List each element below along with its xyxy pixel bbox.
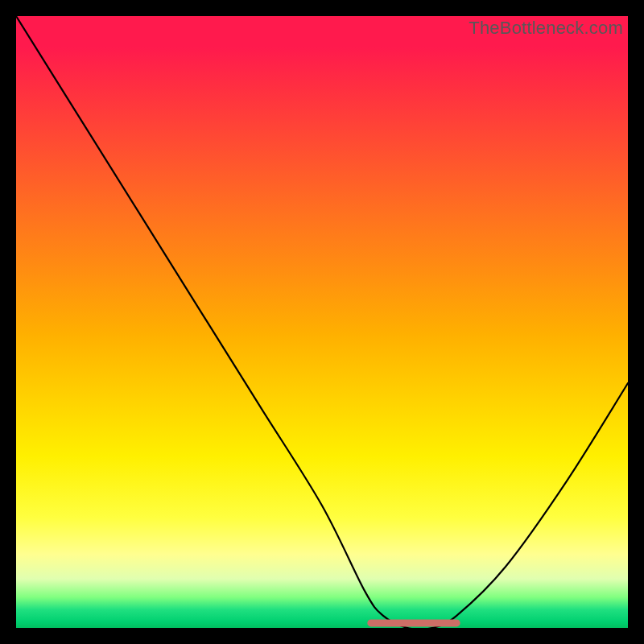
plot-area: TheBottleneck.com	[16, 16, 628, 628]
bottleneck-curve	[16, 16, 628, 628]
chart-frame: TheBottleneck.com	[0, 0, 644, 644]
curve-layer	[16, 16, 628, 628]
